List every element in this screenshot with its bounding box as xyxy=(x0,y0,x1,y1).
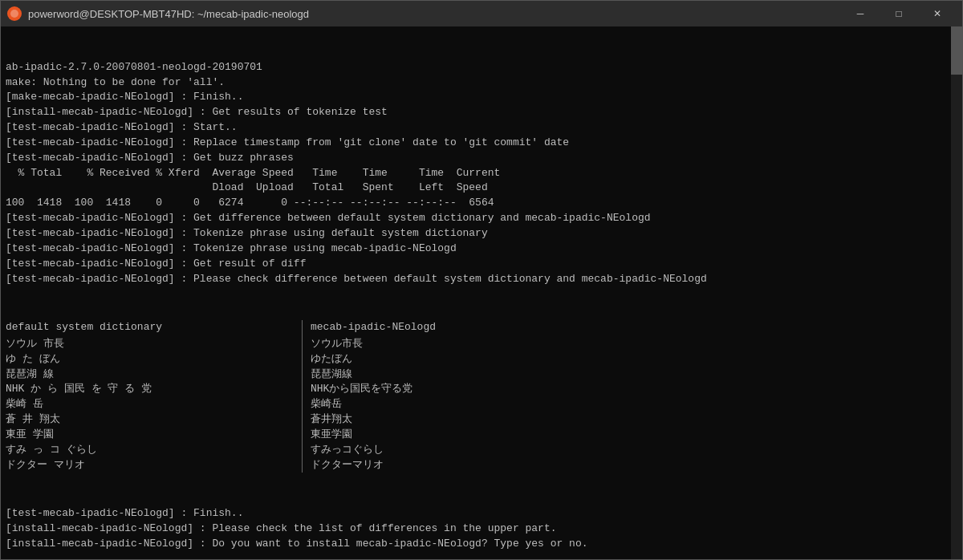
titlebar-left: powerword@DESKTOP-MBT47HD: ~/mecab-ipadi… xyxy=(7,6,309,21)
scrollbar-thumb[interactable] xyxy=(951,26,962,75)
diff-left-header: default system dictionary xyxy=(6,320,294,335)
diff-right-item: 琵琶湖線 xyxy=(311,367,436,383)
titlebar-controls: ─ □ ✕ xyxy=(842,1,956,26)
diff-left-item: ゆ た ぼん xyxy=(6,352,294,367)
diff-right-item: ドクターマリオ xyxy=(311,458,436,473)
terminal-area[interactable]: ab-ipadic-2.7.0-20070801-neologd-2019070… xyxy=(1,26,962,559)
terminal-line: [test-mecab-ipadic-NEologd] : Tokenize p… xyxy=(6,226,957,241)
diff-right-item: NHKから国民を守る党 xyxy=(311,382,436,397)
diff-right-item: 柴崎岳 xyxy=(311,397,436,412)
terminal-output: ab-ipadic-2.7.0-20070801-neologd-2019070… xyxy=(6,30,957,559)
terminal-window: powerword@DESKTOP-MBT47HD: ~/mecab-ipadi… xyxy=(0,0,963,560)
terminal-line: make: Nothing to be done for 'all'. xyxy=(6,75,957,91)
terminal-line: [test-mecab-ipadic-NEologd] : Start.. xyxy=(6,120,957,136)
terminal-line: [test-mecab-ipadic-NEologd] : Get result… xyxy=(6,257,957,272)
terminal-line: [test-mecab-ipadic-NEologd] : Get differ… xyxy=(6,211,957,226)
titlebar-title: powerword@DESKTOP-MBT47HD: ~/mecab-ipadi… xyxy=(28,8,309,20)
terminal-line: 100 1418 100 1418 0 0 6274 0 --:--:-- --… xyxy=(6,196,957,211)
terminal-line: [test-mecab-ipadic-NEologd] : Replace ti… xyxy=(6,136,957,151)
diff-right-header: mecab-ipadic-NEologd xyxy=(311,320,436,335)
diff-left-item: ソウル 市長 xyxy=(6,337,294,352)
terminal-line: ab-ipadic-2.7.0-20070801-neologd-2019070… xyxy=(6,60,957,75)
diff-right-item: 蒼井翔太 xyxy=(311,412,436,428)
terminal-line: % Total % Received % Xferd Average Speed… xyxy=(6,166,957,181)
diff-right-item: すみっコぐらし xyxy=(311,443,436,458)
diff-right-item: ソウル市長 xyxy=(311,337,436,352)
diff-left-item: NHK か ら 国民 を 守 る 党 xyxy=(6,382,294,397)
diff-left-item: ドクター マリオ xyxy=(6,458,294,473)
titlebar: powerword@DESKTOP-MBT47HD: ~/mecab-ipadi… xyxy=(1,1,962,26)
ubuntu-icon xyxy=(7,6,22,21)
diff-col-right: mecab-ipadic-NEologd ソウル市長ゆたぼん琵琶湖線NHKから国… xyxy=(303,320,436,473)
diff-left-item: 東亜 学園 xyxy=(6,428,294,443)
diff-right-item: ゆたぼん xyxy=(311,352,436,367)
terminal-line: Dload Upload Total Spent Left Speed xyxy=(6,181,957,196)
terminal-footer-line: [install-mecab-ipadic-NEologd] : Please … xyxy=(6,521,957,537)
terminal-footer-line: [test-mecab-ipadic-NEologd] : Finish.. xyxy=(6,506,957,521)
terminal-line: [test-mecab-ipadic-NEologd] : Tokenize p… xyxy=(6,241,957,257)
minimize-button[interactable]: ─ xyxy=(842,1,879,26)
diff-left-item: すみ っ コ ぐらし xyxy=(6,443,294,458)
terminal-line: [install-mecab-ipadic-NEologd] : Get res… xyxy=(6,105,957,120)
close-button[interactable]: ✕ xyxy=(919,1,956,26)
maximize-button[interactable]: □ xyxy=(880,1,917,26)
diff-left-item: 琵琶湖 線 xyxy=(6,367,294,383)
diff-left-item: 蒼 井 翔太 xyxy=(6,412,294,428)
diff-table: default system dictionary ソウル 市長ゆ た ぼん琵琶… xyxy=(6,320,957,473)
terminal-footer-line: [install-mecab-ipadic-NEologd] : Do you … xyxy=(6,537,957,552)
diff-left-item: 柴崎 岳 xyxy=(6,397,294,412)
diff-col-left: default system dictionary ソウル 市長ゆ た ぼん琵琶… xyxy=(6,320,303,473)
terminal-line: [test-mecab-ipadic-NEologd] : Please che… xyxy=(6,272,957,287)
terminal-line: [test-mecab-ipadic-NEologd] : Get buzz p… xyxy=(6,151,957,166)
scrollbar[interactable] xyxy=(951,26,962,559)
diff-right-item: 東亜学園 xyxy=(311,428,436,443)
terminal-line: [make-mecab-ipadic-NEologd] : Finish.. xyxy=(6,90,957,105)
